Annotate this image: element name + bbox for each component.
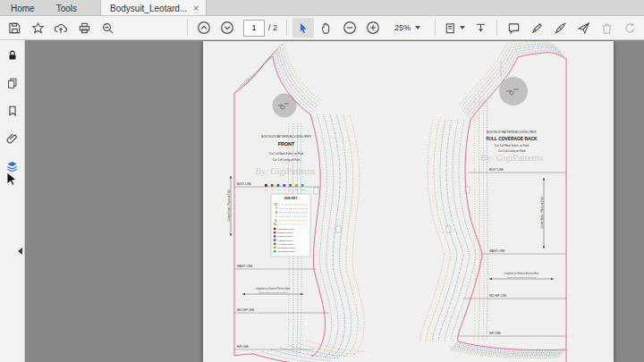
svg-text:2XL BUST POINT: 2XL BUST POINT <box>278 247 296 249</box>
lock-icon <box>6 49 19 62</box>
document-tab[interactable]: Bodysuit_Leotard... × <box>100 0 207 15</box>
back-cut-main: Cut 1 of Main Fabric on Fold <box>495 144 529 147</box>
main-toolbar: / 2 25% <box>0 16 644 40</box>
layers-button[interactable] <box>4 158 21 174</box>
page-number-input[interactable] <box>243 20 265 37</box>
front-hip-label: HIP LINE <box>237 345 249 349</box>
svg-text:XS: XS <box>265 189 267 190</box>
comment-button[interactable] <box>503 18 524 38</box>
back-note-line2: (adjust between sizes if needed) <box>507 276 537 278</box>
highlight-button[interactable] <box>526 18 547 38</box>
svg-text:3XL BUST POINT: 3XL BUST POINT <box>278 250 296 253</box>
cloud-upload-icon <box>54 21 68 35</box>
back-waist-label: WAIST LINE <box>489 249 504 253</box>
tab-tools[interactable]: Tools <box>46 0 88 15</box>
collapse-pane-handle[interactable] <box>18 248 22 255</box>
protection-lock-button[interactable] <box>4 47 21 63</box>
scroll-mode-button[interactable] <box>470 18 491 38</box>
zoom-caret-icon <box>415 26 420 29</box>
comment-icon <box>507 21 521 35</box>
previous-page-button[interactable] <box>193 18 215 38</box>
zoom-out-icon <box>343 21 357 35</box>
send-icon <box>577 21 590 35</box>
svg-text:XS BUST POINT: XS BUST POINT <box>278 228 295 231</box>
zoom-in-button[interactable] <box>362 18 384 38</box>
svg-text:L BUST POINT: L BUST POINT <box>278 240 293 242</box>
bookmark-icon <box>6 105 19 117</box>
svg-text:S: S <box>272 189 274 190</box>
svg-text:3XL: 3XL <box>301 189 304 190</box>
back-watermark: By: GigiPatterns <box>480 153 543 163</box>
hand-tool-button[interactable] <box>316 18 337 38</box>
svg-text:M: M <box>275 211 277 215</box>
close-tab-icon[interactable]: × <box>193 4 199 13</box>
attachments-button[interactable] <box>4 130 21 147</box>
tab-home[interactable]: Home <box>0 0 46 15</box>
tab-home-label: Home <box>11 4 35 13</box>
document-viewport[interactable]: BODYSUIT PATTERN BLOCK/SLOPER FRONT Cut … <box>25 40 644 362</box>
svg-text:XL BUST POINT: XL BUST POINT <box>278 243 294 246</box>
page-fit-button[interactable] <box>441 18 468 38</box>
navigation-pane <box>0 40 25 362</box>
back-title: FULL COVERAGE BACK <box>486 137 538 141</box>
trash-icon <box>600 21 614 35</box>
select-tool-button[interactable] <box>292 18 314 38</box>
back-header: BODYSUIT PATTERN BLOCK/SLOPER <box>487 130 537 134</box>
fill-sign-button[interactable] <box>549 18 571 38</box>
page-fit-caret-icon <box>460 26 465 29</box>
front-fold-arrow: Center Front - Place on Fold <box>227 176 233 236</box>
page-fit-icon <box>445 21 458 35</box>
star-button[interactable] <box>27 18 48 38</box>
back-hip-label: HIP LINE <box>489 332 501 335</box>
page-up-icon <box>197 21 211 35</box>
back-guide-labels: BUST LINE WAIST LINE MID HIP LINE HIP LI… <box>489 168 506 335</box>
back-logo-stamp <box>499 77 528 105</box>
pdf-page[interactable]: BODYSUIT PATTERN BLOCK/SLOPER FRONT Cut … <box>203 41 614 362</box>
back-pattern-piece: BODYSUIT PATTERN BLOCK/SLOPER FULL COVER… <box>446 61 566 336</box>
back-adjust-note: Lengthen or Shorten Pattern Here (adjust… <box>489 272 554 280</box>
front-note-line2: (adjust between sizes if needed) <box>258 291 288 293</box>
tab-bar: Home Tools Bodysuit_Leotard... × <box>0 0 644 16</box>
svg-text:M BUST POINT: M BUST POINT <box>278 235 293 238</box>
hand-icon <box>319 21 333 35</box>
zoom-out-button[interactable] <box>339 18 360 38</box>
print-button[interactable] <box>73 18 95 38</box>
next-page-button[interactable] <box>216 18 238 38</box>
scroll-mode-icon <box>474 21 487 35</box>
page-thumbnails-button[interactable] <box>4 75 21 91</box>
delete-button[interactable] <box>596 18 617 38</box>
svg-text:S BUST POINT: S BUST POINT <box>278 232 293 234</box>
size-key-box: XSSMLXL2XL3XLSIZE KEYXSSMLXL2XLXS BUST P… <box>265 184 310 257</box>
front-fold-label: Center Front - Place on Fold <box>227 189 231 222</box>
front-watermark: By: GigiPatterns <box>256 166 316 176</box>
zoom-in-icon <box>366 21 380 35</box>
svg-text:XS: XS <box>275 203 278 206</box>
print-icon <box>78 21 91 35</box>
save-icon <box>8 21 21 35</box>
undo-button[interactable] <box>619 18 640 38</box>
front-title: FRONT <box>278 141 295 147</box>
zoom-level-value: 25% <box>394 23 411 32</box>
save-button[interactable] <box>4 18 25 38</box>
zoom-level-dropdown[interactable]: 25% <box>391 21 424 34</box>
back-fold-arrow: Center Back - Place on Fold <box>540 178 546 248</box>
back-bust-label: BUST LINE <box>489 168 504 172</box>
select-cursor-icon <box>297 21 309 35</box>
star-icon <box>31 21 45 35</box>
send-share-button[interactable] <box>572 18 594 38</box>
back-midhip-label: MID HIP LINE <box>489 294 506 298</box>
tab-tools-label: Tools <box>56 4 77 13</box>
front-bust-label: BUST LINE <box>237 182 251 186</box>
front-logo-stamp <box>273 94 297 118</box>
page-down-icon <box>220 21 234 35</box>
bookmarks-button[interactable] <box>4 103 21 119</box>
back-note-line1: Lengthen or Shorten Pattern Here <box>504 272 539 275</box>
paperclip-icon <box>6 132 19 145</box>
share-upload-button[interactable] <box>50 18 72 38</box>
svg-text:SIZE KEY: SIZE KEY <box>284 197 298 200</box>
back-fold-label: Center Back - Place on Fold <box>540 197 544 228</box>
back-guide-lines <box>458 173 566 336</box>
pattern-drawing: BODYSUIT PATTERN BLOCK/SLOPER FRONT Cut … <box>203 41 614 362</box>
marquee-zoom-button[interactable] <box>97 18 118 38</box>
fountain-pen-icon <box>554 21 567 35</box>
